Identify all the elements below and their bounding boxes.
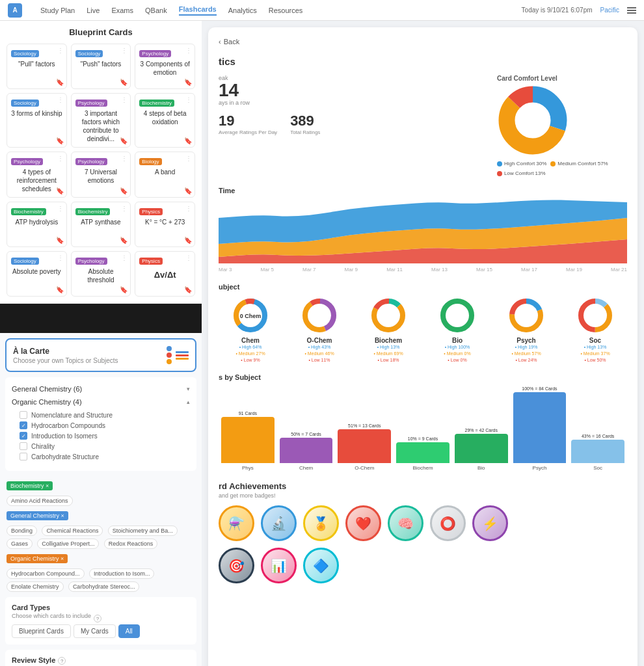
card-item[interactable]: Sociology ⋮ 3 forms of kinship 🔖: [7, 93, 67, 148]
card-item[interactable]: Physics ⋮ Δv/Δt 🔖: [135, 251, 195, 297]
card-text: 4 steps of beta oxidation: [139, 109, 191, 126]
card-menu-icon[interactable]: ⋮: [185, 47, 192, 54]
card-menu-icon[interactable]: ⋮: [57, 205, 64, 212]
bookmark-icon[interactable]: 🔖: [120, 187, 127, 194]
card-item[interactable]: Sociology ⋮ "Pull" factors 🔖: [7, 44, 67, 89]
my-cards-btn[interactable]: My Cards: [74, 624, 116, 638]
card-item[interactable]: Psychology ⋮ 7 Universal emotions 🔖: [71, 152, 131, 198]
biochem-tag[interactable]: Biochemistry ×: [7, 481, 53, 490]
blueprint-cards-btn[interactable]: Blueprint Cards: [12, 624, 71, 638]
introduction-isom-tag[interactable]: Introduction to Isom...: [89, 568, 155, 579]
card-item[interactable]: Sociology ⋮ Absolute poverty 🔖: [7, 251, 67, 297]
bookmark-icon[interactable]: 🔖: [56, 237, 64, 244]
card-item[interactable]: Biochemistry ⋮ ATP hydrolysis 🔖: [7, 202, 67, 247]
logo[interactable]: A: [8, 3, 22, 18]
bar-bio: 29% = 42 Cards Bio: [455, 386, 508, 471]
subject-label[interactable]: General Chemistry (6) ▾: [12, 384, 190, 394]
topic-chirality[interactable]: Chirality: [20, 441, 190, 451]
checkbox-checked[interactable]: ✓: [20, 421, 27, 429]
card-text: 4 types of reinforcement schedules: [11, 168, 62, 193]
topic-nomenclature[interactable]: Nomenclature and Structure: [20, 410, 190, 420]
card-item[interactable]: Psychology ⋮ 3 important factors which c…: [71, 93, 131, 148]
card-tag: Sociology: [11, 50, 39, 57]
gases-tag[interactable]: Gases: [7, 539, 33, 549]
enolate-tag[interactable]: Enolate Chemistry: [7, 581, 64, 592]
gen-chem-tag[interactable]: General Chemistry ×: [7, 511, 68, 520]
nav-live[interactable]: Live: [87, 7, 100, 14]
bonding-tag[interactable]: Bonding: [7, 526, 37, 536]
bookmark-icon[interactable]: 🔖: [184, 137, 192, 144]
card-menu-icon[interactable]: ⋮: [185, 155, 192, 162]
card-menu-icon[interactable]: ⋮: [121, 155, 127, 162]
card-item[interactable]: Biochemistry ⋮ 4 steps of beta oxidation…: [135, 93, 195, 148]
card-menu-icon[interactable]: ⋮: [57, 47, 64, 54]
card-menu-icon[interactable]: ⋮: [121, 47, 127, 54]
bar-psych: 100% = 84 Cards Psych: [513, 386, 567, 471]
card-menu-icon[interactable]: ⋮: [185, 96, 192, 103]
bookmark-icon[interactable]: 🔖: [184, 79, 192, 86]
alacarte-section[interactable]: À la Carte Choose your own Topics or Sub…: [5, 338, 196, 372]
bookmark-icon[interactable]: 🔖: [120, 79, 127, 86]
bookmark-icon[interactable]: 🔖: [56, 187, 64, 194]
org-chem-tag[interactable]: Organic Chemistry ×: [7, 554, 68, 563]
nav-flashcards[interactable]: Flashcards: [179, 5, 217, 16]
bookmark-icon[interactable]: 🔖: [56, 137, 64, 144]
all-cards-btn[interactable]: All: [118, 624, 140, 638]
card-types-subtitle: Choose which cards to include: [12, 613, 91, 619]
bookmark-icon[interactable]: 🔖: [184, 237, 192, 244]
stoichiometry-tag[interactable]: Stoichiometry and Ba...: [108, 526, 178, 536]
nav-analytics[interactable]: Analytics: [228, 7, 257, 14]
hamburger-menu[interactable]: [627, 7, 636, 14]
colligative-tag[interactable]: Colligative Propert...: [37, 539, 99, 549]
bookmark-icon[interactable]: 🔖: [184, 286, 192, 293]
donut-stats-soc: • High 13% • Medium 37% • Low 50%: [571, 344, 620, 363]
bookmark-icon[interactable]: 🔖: [120, 237, 127, 244]
card-item[interactable]: Psychology ⋮ 3 Components of emotion 🔖: [135, 44, 195, 89]
hydrocarbon-tag[interactable]: Hydrocarbon Compound...: [7, 568, 85, 579]
back-button[interactable]: ‹ Back: [219, 38, 627, 46]
card-item[interactable]: Biology ⋮ A band 🔖: [135, 152, 195, 198]
card-item[interactable]: Psychology ⋮ 4 types of reinforcement sc…: [7, 152, 67, 198]
card-item[interactable]: Physics ⋮ K° = °C + 273 🔖: [135, 202, 195, 247]
checkbox[interactable]: [20, 411, 27, 419]
checkbox-checked[interactable]: ✓: [20, 432, 27, 440]
card-item[interactable]: Sociology ⋮ "Push" factors 🔖: [71, 44, 131, 89]
card-menu-icon[interactable]: ⋮: [57, 254, 64, 261]
nav-exams[interactable]: Exams: [111, 7, 133, 14]
amino-acid-tag[interactable]: Amino Acid Reactions: [7, 496, 73, 506]
topic-isomers[interactable]: ✓ Introduction to Isomers: [20, 431, 190, 441]
card-menu-icon[interactable]: ⋮: [57, 96, 64, 103]
chemical-reactions-tag[interactable]: Chemical Reactions: [42, 526, 103, 536]
bookmark-icon[interactable]: 🔖: [120, 286, 127, 293]
card-item[interactable]: Biochemistry ⋮ ATP synthase 🔖: [71, 202, 131, 247]
carbohydrate-stereo-tag[interactable]: Carbohydrate Stereoc...: [68, 581, 140, 592]
bar-label-top: 51% = 13 Cards: [348, 423, 381, 428]
nav-resources[interactable]: Resources: [269, 7, 303, 14]
card-tag: Physics: [139, 208, 163, 215]
bookmark-icon[interactable]: 🔖: [120, 137, 127, 144]
checkbox[interactable]: [20, 442, 27, 450]
bookmark-icon[interactable]: 🔖: [56, 79, 64, 86]
nav-study-plan[interactable]: Study Plan: [40, 7, 75, 14]
card-menu-icon[interactable]: ⋮: [185, 254, 192, 261]
card-text: A band: [139, 168, 191, 176]
card-menu-icon[interactable]: ⋮: [121, 96, 127, 103]
badge-8: 🎯: [219, 548, 254, 583]
nav-qbank[interactable]: QBank: [145, 7, 167, 14]
bookmark-icon[interactable]: 🔖: [184, 187, 192, 194]
card-menu-icon[interactable]: ⋮: [121, 205, 127, 212]
topic-hydrocarbon[interactable]: ✓ Hydrocarbon Compounds: [20, 420, 190, 431]
subject-select-section: General Chemistry (6) ▾ Organic Chemistr…: [5, 377, 196, 471]
card-menu-icon[interactable]: ⋮: [57, 155, 64, 162]
redox-tag[interactable]: Redox Reactions: [104, 539, 158, 549]
card-menu-icon[interactable]: ⋮: [185, 205, 192, 212]
donut-name-soc: Soc: [571, 337, 620, 344]
subject-label[interactable]: Organic Chemistry (4) ▴: [12, 397, 190, 407]
logo-letter: A: [12, 7, 17, 14]
card-item[interactable]: Psychology ⋮ Absolute threshold 🔖: [71, 251, 131, 297]
card-menu-icon[interactable]: ⋮: [121, 254, 127, 261]
checkbox[interactable]: [20, 453, 27, 460]
bookmark-icon[interactable]: 🔖: [56, 286, 64, 293]
nav-timezone[interactable]: Pacific: [600, 7, 619, 14]
topic-carbohydrate[interactable]: Carbohydrate Structure: [20, 451, 190, 462]
